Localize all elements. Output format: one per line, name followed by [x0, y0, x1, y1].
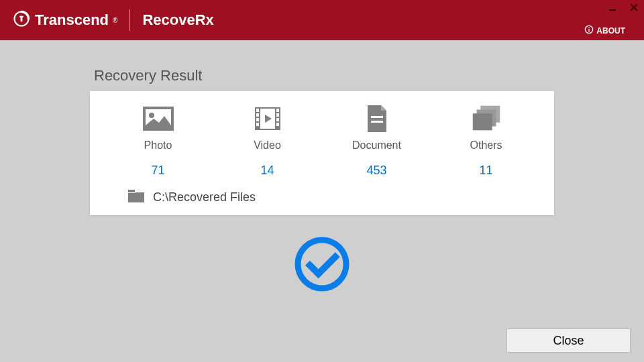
video-icon: [250, 105, 285, 133]
svg-rect-13: [256, 118, 259, 121]
svg-rect-11: [256, 109, 259, 112]
category-label: Video: [254, 139, 281, 152]
success-indicator: [90, 234, 554, 297]
svg-point-27: [298, 240, 346, 288]
minimize-button[interactable]: [608, 3, 617, 13]
svg-rect-2: [21, 16, 23, 21]
category-photo: Photo 71: [103, 105, 213, 178]
header-divider: [129, 9, 130, 31]
category-video: Video 14: [213, 105, 322, 178]
category-label: Others: [470, 139, 502, 152]
brand-registered-mark: ®: [113, 17, 117, 24]
svg-rect-14: [256, 123, 259, 126]
info-icon: [584, 25, 594, 36]
transcend-logo-icon: [12, 9, 31, 31]
recovery-path-row: C:\Recovered Files: [127, 188, 541, 206]
brand-name: Transcend: [35, 11, 109, 29]
svg-rect-26: [128, 193, 144, 202]
category-count: 14: [260, 164, 274, 178]
category-label: Document: [352, 139, 401, 152]
svg-rect-5: [589, 27, 590, 28]
document-icon: [360, 105, 394, 133]
svg-rect-17: [276, 118, 279, 121]
category-label: Photo: [144, 139, 172, 152]
svg-rect-12: [256, 113, 259, 117]
svg-point-9: [149, 113, 154, 118]
close-button[interactable]: Close: [506, 328, 631, 353]
category-others: Others 11: [431, 105, 541, 178]
brand-area: Transcend ® RecoveRx: [12, 9, 214, 31]
app-name: RecoveRx: [142, 11, 213, 29]
category-document: Document 453: [322, 105, 431, 178]
svg-rect-3: [609, 9, 616, 11]
svg-rect-24: [472, 113, 492, 130]
svg-rect-16: [276, 113, 279, 117]
main-content: Recovery Result Photo 71: [0, 40, 644, 297]
categories-row: Photo 71 Video 14: [103, 105, 541, 178]
category-count: 71: [151, 164, 164, 178]
svg-rect-25: [128, 190, 135, 192]
svg-rect-20: [371, 116, 383, 118]
close-button-label: Close: [553, 334, 584, 347]
others-icon: [469, 105, 504, 133]
svg-rect-15: [276, 109, 279, 112]
close-window-button[interactable]: [629, 3, 639, 13]
about-link[interactable]: ABOUT: [584, 25, 625, 36]
svg-rect-21: [371, 121, 383, 123]
result-card: Photo 71 Video 14: [90, 91, 554, 215]
about-label: ABOUT: [596, 26, 625, 36]
window-controls: [608, 3, 639, 13]
result-title: Recovery Result: [94, 67, 554, 84]
category-count: 453: [366, 164, 386, 178]
title-bar: Transcend ® RecoveRx ABOUT: [0, 0, 644, 40]
category-count: 11: [479, 164, 492, 178]
folder-icon: [127, 188, 145, 206]
brand-logo: Transcend ®: [12, 9, 117, 31]
svg-rect-18: [276, 123, 279, 126]
recovery-path: C:\Recovered Files: [153, 190, 256, 204]
photo-icon: [141, 105, 176, 133]
svg-rect-6: [589, 29, 590, 32]
checkmark-circle-icon: [292, 234, 352, 297]
